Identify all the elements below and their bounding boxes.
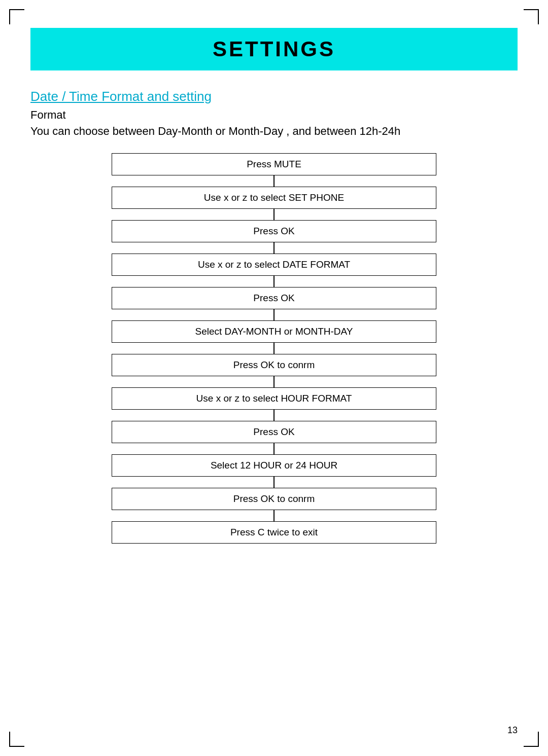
flow-box-9: Press OK <box>112 421 436 443</box>
flow-connector-10 <box>273 477 275 488</box>
flow-box-12: Press C twice to exit <box>112 521 436 544</box>
flow-connector-6 <box>273 343 275 354</box>
flow-box-3: Press OK <box>112 220 436 242</box>
flow-connector-5 <box>273 309 275 320</box>
flow-connector-3 <box>273 242 275 254</box>
flowchart: Press MUTEUse x or z to select SET PHONE… <box>30 153 518 544</box>
flow-connector-1 <box>273 175 275 187</box>
corner-mark-br <box>524 732 539 747</box>
section-description: You can choose between Day-Month or Mont… <box>30 125 518 138</box>
page-number: 13 <box>507 725 518 736</box>
flow-box-5: Press OK <box>112 287 436 309</box>
corner-mark-tl <box>9 9 24 24</box>
header-banner: SETTINGS <box>30 28 518 70</box>
flow-connector-9 <box>273 443 275 454</box>
section-subtitle: Format <box>30 109 518 122</box>
flow-connector-7 <box>273 376 275 387</box>
flow-box-8: Use x or z to select HOUR FORMAT <box>112 387 436 410</box>
flow-connector-8 <box>273 410 275 421</box>
flow-connector-2 <box>273 209 275 220</box>
flow-box-7: Press OK to con­rm <box>112 354 436 376</box>
section-title: Date / Time Format and setting <box>30 89 518 104</box>
flow-connector-11 <box>273 510 275 521</box>
flow-box-2: Use x or z to select SET PHONE <box>112 187 436 209</box>
flow-box-6: Select DAY-MONTH or MONTH-DAY <box>112 320 436 343</box>
flow-connector-4 <box>273 276 275 287</box>
page-title: SETTINGS <box>213 37 335 61</box>
corner-mark-tr <box>524 9 539 24</box>
flow-box-1: Press MUTE <box>112 153 436 175</box>
flow-box-4: Use x or z to select DATE FORMAT <box>112 254 436 276</box>
corner-mark-bl <box>9 732 24 747</box>
flow-box-10: Select 12 HOUR or 24 HOUR <box>112 454 436 477</box>
flow-box-11: Press OK to con­rm <box>112 488 436 510</box>
